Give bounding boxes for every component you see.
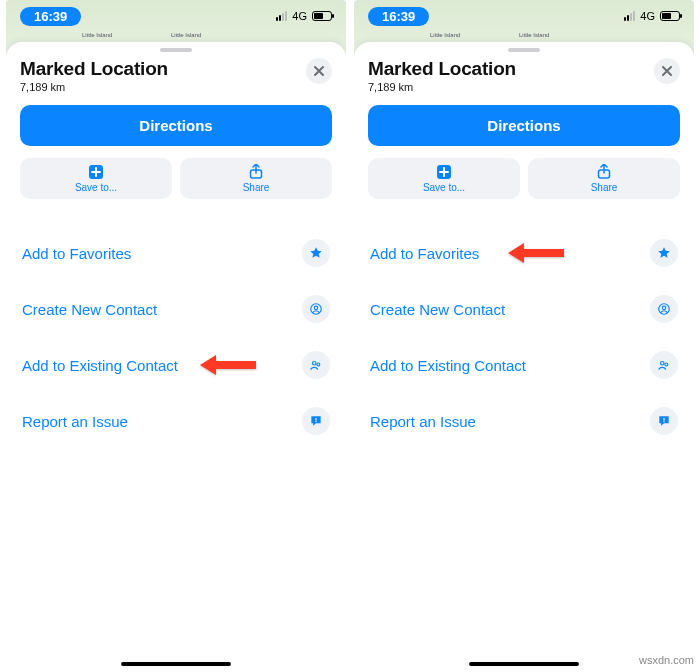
add-to-favorites-row[interactable]: Add to Favorites	[20, 225, 332, 281]
svg-rect-14	[663, 418, 664, 420]
sheet-grabber[interactable]	[160, 48, 192, 52]
save-to-label: Save to...	[75, 182, 117, 193]
svg-point-12	[661, 362, 665, 366]
svg-rect-7	[315, 421, 316, 422]
network-label: 4G	[292, 10, 307, 22]
map-label: Little Island	[82, 32, 112, 38]
star-icon	[650, 239, 678, 267]
screenshot-right: Little Island Little Island 16:39 4G Mar…	[354, 0, 694, 672]
signal-icon	[624, 11, 635, 21]
plus-square-icon	[436, 164, 452, 180]
save-to-label: Save to...	[423, 182, 465, 193]
plus-square-icon	[88, 164, 104, 180]
add-to-existing-contact-row[interactable]: Add to Existing Contact	[368, 337, 680, 393]
sheet-subtitle: 7,189 km	[20, 81, 168, 93]
share-button[interactable]: Share	[180, 158, 332, 199]
report-icon	[302, 407, 330, 435]
report-issue-label: Report an Issue	[22, 413, 128, 430]
save-to-button[interactable]: Save to...	[368, 158, 520, 199]
battery-icon	[312, 11, 332, 21]
report-icon	[650, 407, 678, 435]
status-time: 16:39	[368, 7, 429, 26]
report-issue-label: Report an Issue	[370, 413, 476, 430]
star-icon	[302, 239, 330, 267]
add-to-existing-contact-row[interactable]: Add to Existing Contact	[20, 337, 332, 393]
add-to-favorites-label: Add to Favorites	[22, 245, 131, 262]
sheet-grabber[interactable]	[508, 48, 540, 52]
contacts-icon	[650, 351, 678, 379]
map-label: Little Island	[430, 32, 460, 38]
contact-icon	[650, 295, 678, 323]
status-time: 16:39	[20, 7, 81, 26]
annotation-arrow	[508, 241, 564, 265]
save-to-button[interactable]: Save to...	[20, 158, 172, 199]
add-to-favorites-label: Add to Favorites	[370, 245, 479, 262]
sheet-title: Marked Location	[368, 58, 516, 80]
directions-button[interactable]: Directions	[20, 105, 332, 146]
sheet-subtitle: 7,189 km	[368, 81, 516, 93]
add-to-existing-contact-label: Add to Existing Contact	[370, 357, 526, 374]
svg-point-4	[313, 362, 317, 366]
home-indicator[interactable]	[469, 662, 579, 666]
share-button[interactable]: Share	[528, 158, 680, 199]
status-bar: 16:39 4G	[6, 0, 346, 26]
share-icon	[596, 164, 612, 180]
create-new-contact-row[interactable]: Create New Contact	[368, 281, 680, 337]
map-label: Little Island	[171, 32, 201, 38]
watermark: wsxdn.com	[639, 654, 694, 666]
share-label: Share	[243, 182, 270, 193]
home-indicator[interactable]	[121, 662, 231, 666]
add-to-favorites-row[interactable]: Add to Favorites	[368, 225, 680, 281]
status-bar: 16:39 4G	[354, 0, 694, 26]
report-issue-row[interactable]: Report an Issue	[368, 393, 680, 449]
battery-icon	[660, 11, 680, 21]
create-new-contact-label: Create New Contact	[370, 301, 505, 318]
create-new-contact-label: Create New Contact	[22, 301, 157, 318]
contact-icon	[302, 295, 330, 323]
add-to-existing-contact-label: Add to Existing Contact	[22, 357, 178, 374]
close-icon	[313, 65, 325, 77]
svg-point-13	[665, 363, 668, 366]
svg-point-11	[662, 306, 666, 310]
svg-rect-15	[663, 421, 664, 422]
svg-point-3	[314, 306, 318, 310]
map-label: Little Island	[519, 32, 549, 38]
location-sheet: Marked Location 7,189 km Directions Save…	[6, 42, 346, 672]
network-label: 4G	[640, 10, 655, 22]
close-button[interactable]	[306, 58, 332, 84]
share-label: Share	[591, 182, 618, 193]
share-icon	[248, 164, 264, 180]
annotation-arrow	[200, 353, 256, 377]
close-icon	[661, 65, 673, 77]
screenshot-left: Little Island Little Island 16:39 4G Mar…	[6, 0, 346, 672]
create-new-contact-row[interactable]: Create New Contact	[20, 281, 332, 337]
signal-icon	[276, 11, 287, 21]
sheet-title: Marked Location	[20, 58, 168, 80]
report-issue-row[interactable]: Report an Issue	[20, 393, 332, 449]
location-sheet: Marked Location 7,189 km Directions Save…	[354, 42, 694, 672]
svg-point-5	[317, 363, 320, 366]
contacts-icon	[302, 351, 330, 379]
directions-button[interactable]: Directions	[368, 105, 680, 146]
svg-rect-6	[315, 418, 316, 420]
close-button[interactable]	[654, 58, 680, 84]
